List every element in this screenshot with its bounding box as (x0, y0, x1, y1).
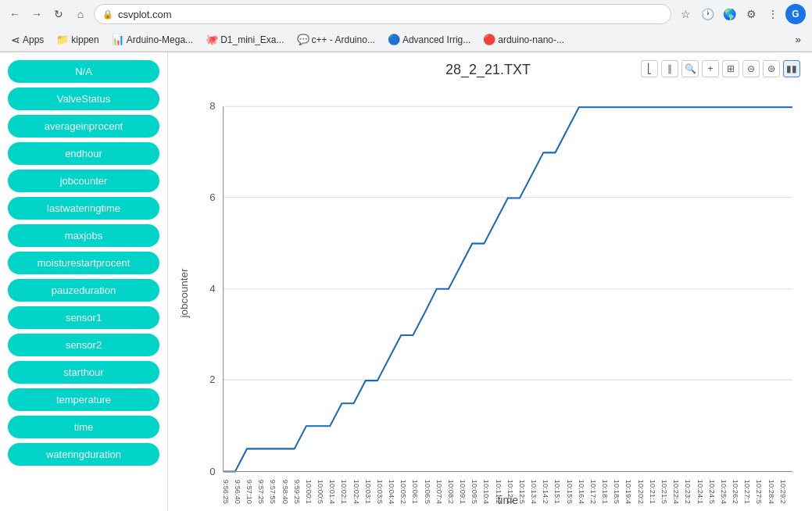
sidebar-btn-jobcounter[interactable]: jobcounter (8, 170, 159, 192)
svg-text:10:03:10: 10:03:10 (364, 480, 372, 504)
bookmark-cpp-arduino-label: c++ - Arduino... (312, 34, 375, 45)
chart-svg[interactable]: 0 2 4 6 8 jobcounter 9:56:25 (176, 82, 800, 504)
svg-text:10:00:55: 10:00:55 (317, 480, 324, 504)
chart-area: ⎣ ∥ 🔍 + ⊞ ⊝ ⊜ ▮▮ 28_2_21.TXT (168, 52, 812, 511)
sidebar-btn-na[interactable]: N/A (8, 60, 159, 83)
svg-text:10:25:40: 10:25:40 (720, 480, 728, 504)
bookmark-d1-mini-label: D1_mini_Exa... (220, 34, 284, 45)
chart-svg-container: 0 2 4 6 8 jobcounter 9:56:25 (176, 82, 800, 504)
svg-text:10:02:10: 10:02:10 (340, 480, 348, 504)
svg-text:10:03:55: 10:03:55 (376, 480, 384, 504)
svg-text:10:16:40: 10:16:40 (578, 480, 585, 504)
forward-button[interactable]: → (28, 5, 45, 23)
svg-text:10:14:25: 10:14:25 (542, 480, 549, 504)
bookmark-advanced-irrig-label: Advanced Irrig... (402, 34, 470, 45)
chart-toolbar: ⎣ ∥ 🔍 + ⊞ ⊝ ⊜ ▮▮ (641, 60, 800, 77)
svg-text:jobcounter: jobcounter (178, 268, 190, 319)
svg-text:10:28:40: 10:28:40 (767, 480, 775, 504)
address-bar[interactable]: 🔒 csvplot.com (94, 4, 671, 24)
back-button[interactable]: ← (6, 5, 23, 23)
chart-tool-reset[interactable]: ⊜ (763, 60, 780, 77)
bookmark-arduino-mega-label: Arduino-Mega... (127, 34, 193, 45)
bookmark-arduino-nano[interactable]: 🔴 arduino-nano-... (478, 32, 569, 47)
extensions-button[interactable]: ⚙ (742, 5, 760, 23)
svg-text:9:58:40: 9:58:40 (281, 480, 289, 504)
red-circle-icon: 🔴 (483, 34, 495, 45)
sidebar-btn-time[interactable]: time (8, 416, 159, 438)
url-text: csvplot.com (118, 9, 172, 20)
sidebar-btn-endhour[interactable]: endhour (8, 142, 159, 165)
browser-toolbar: ← → ↻ ⌂ 🔒 csvplot.com ☆ 🕐 🌎 ⚙ ⋮ G (0, 0, 812, 28)
menu-button[interactable]: ⋮ (764, 5, 782, 23)
svg-text:10:26:25: 10:26:25 (732, 480, 739, 504)
svg-text:10:17:25: 10:17:25 (589, 480, 597, 504)
history-button[interactable]: 🕐 (698, 5, 717, 23)
svg-text:10:21:55: 10:21:55 (660, 480, 668, 504)
svg-text:10:09:55: 10:09:55 (470, 480, 478, 504)
refresh-button[interactable]: ↻ (50, 5, 67, 23)
bookmark-advanced-irrig[interactable]: 🔵 Advanced Irrig... (383, 32, 475, 47)
blue-circle-icon: 🔵 (388, 34, 400, 45)
folder-icon: 📁 (56, 34, 69, 45)
sidebar-btn-valvestatus[interactable]: ValveStatus (8, 88, 159, 110)
chart-tool-area[interactable]: ⎣ (641, 60, 658, 77)
svg-text:10:24:55: 10:24:55 (708, 480, 716, 504)
github-icon: 🐙 (206, 34, 218, 45)
bookmarks-bar: ⋖ Apps 📁 kippen 📊 Arduino-Mega... 🐙 D1_m… (0, 28, 812, 52)
chart-tool-plus[interactable]: + (702, 60, 719, 77)
chart-tool-line[interactable]: ∥ (661, 60, 678, 77)
svg-text:4: 4 (209, 283, 216, 295)
sidebar-btn-sensor1[interactable]: sensor1 (8, 306, 159, 329)
home-button[interactable]: ⌂ (72, 5, 89, 23)
chart-tool-bar[interactable]: ▮▮ (783, 60, 800, 77)
sidebar-btn-averageinprocent[interactable]: averageinprocent (8, 115, 159, 138)
sidebar-btn-pauzeduration[interactable]: pauzeduration (8, 279, 159, 302)
apps-grid-icon: ⋖ (11, 34, 20, 46)
sidebar-btn-moisturestartprocent[interactable]: moisturestartprocent (8, 252, 159, 274)
sidebar-btn-starthour[interactable]: starthour (8, 361, 159, 384)
bookmarks-apps-button[interactable]: ⋖ Apps (6, 32, 48, 48)
more-bookmarks-button[interactable]: » (791, 32, 806, 47)
chart-tool-crosshair[interactable]: ⊞ (722, 60, 739, 77)
svg-text:10:06:55: 10:06:55 (424, 480, 431, 504)
svg-text:9:57:10: 9:57:10 (245, 480, 253, 504)
svg-text:10:06:10: 10:06:10 (411, 480, 419, 504)
main-content: N/A ValveStatus averageinprocent endhour… (0, 52, 812, 511)
svg-text:0: 0 (209, 465, 215, 477)
bookmark-arduino-mega[interactable]: 📊 Arduino-Mega... (107, 32, 198, 47)
svg-text:10:19:40: 10:19:40 (625, 480, 633, 504)
sidebar-btn-sensor2[interactable]: sensor2 (8, 334, 159, 356)
sidebar: N/A ValveStatus averageinprocent endhour… (0, 52, 168, 511)
svg-text:10:09:10: 10:09:10 (459, 480, 467, 504)
cast-button[interactable]: 🌎 (720, 5, 739, 23)
svg-text:10:02:40: 10:02:40 (352, 480, 360, 504)
bookmark-kippen[interactable]: 📁 kippen (52, 32, 103, 47)
bookmark-cpp-arduino[interactable]: 💬 c++ - Arduino... (292, 32, 380, 47)
sidebar-btn-temperature[interactable]: temperature (8, 388, 159, 411)
profile-avatar[interactable]: G (785, 4, 806, 24)
sidebar-btn-maxjobs[interactable]: maxjobs (8, 224, 159, 247)
svg-text:9:56:25: 9:56:25 (222, 480, 230, 504)
sidebar-btn-lastwateringtime[interactable]: lastwateringtime (8, 197, 159, 220)
svg-text:10:00:10: 10:00:10 (305, 480, 313, 504)
svg-text:10:27:10: 10:27:10 (743, 480, 751, 504)
svg-text:9:59:25: 9:59:25 (293, 480, 301, 504)
browser-chrome: ← → ↻ ⌂ 🔒 csvplot.com ☆ 🕐 🌎 ⚙ ⋮ G ⋖ Apps… (0, 0, 812, 52)
bookmark-star-button[interactable]: ☆ (676, 5, 695, 23)
svg-text:10:15:55: 10:15:55 (566, 480, 574, 504)
apps-label: Apps (23, 34, 44, 45)
bookmark-d1-mini[interactable]: 🐙 D1_mini_Exa... (201, 32, 288, 47)
browser-icons: ☆ 🕐 🌎 ⚙ ⋮ G (676, 4, 806, 24)
svg-text:10:21:10: 10:21:10 (649, 480, 656, 504)
chat-icon: 💬 (297, 34, 309, 45)
chart-tool-zoom[interactable]: 🔍 (681, 60, 699, 77)
svg-text:10:29:25: 10:29:25 (779, 480, 787, 504)
chart-tool-pan[interactable]: ⊝ (742, 60, 760, 77)
svg-text:10:08:25: 10:08:25 (447, 480, 455, 504)
svg-text:9:57:25: 9:57:25 (257, 480, 265, 504)
svg-text:10:01:40: 10:01:40 (328, 480, 336, 504)
svg-text:10:24:10: 10:24:10 (696, 480, 704, 504)
svg-text:10:12:55: 10:12:55 (518, 480, 526, 504)
bookmark-arduino-nano-label: arduino-nano-... (498, 34, 564, 45)
sidebar-btn-wateringduration[interactable]: wateringduration (8, 443, 159, 466)
